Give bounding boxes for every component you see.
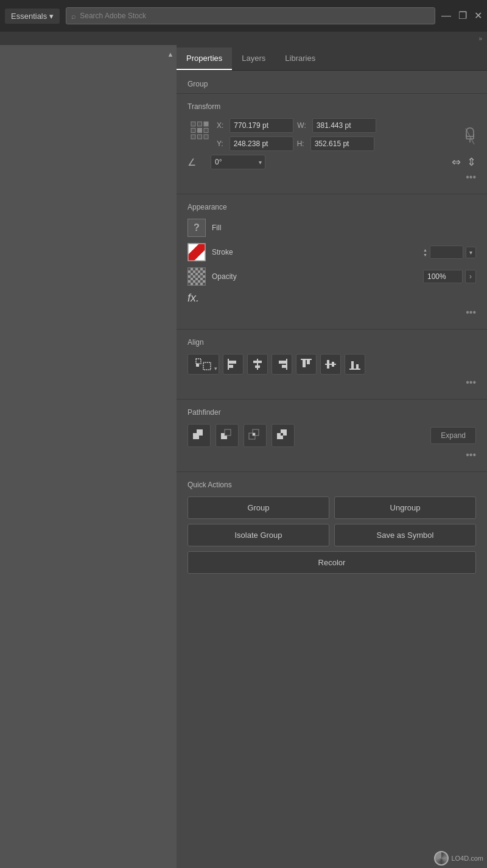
tab-properties[interactable]: Properties (177, 48, 232, 70)
svg-rect-5 (204, 129, 208, 133)
search-bar[interactable]: ⌕ Search Adobe Stock (66, 7, 435, 24)
svg-rect-18 (203, 362, 211, 370)
svg-rect-30 (303, 360, 306, 367)
pathfinder-minus-front-button[interactable] (215, 424, 239, 447)
constrain-proportions-button[interactable] (464, 118, 476, 147)
pathfinder-intersect-button[interactable] (244, 424, 267, 447)
align-bottom-button[interactable] (345, 354, 365, 375)
quick-actions-title: Quick Actions (187, 481, 476, 489)
right-panel: Properties Layers Libraries Group Transf… (177, 45, 487, 868)
align-controls: ▾ (187, 354, 476, 375)
flip-horizontal-button[interactable]: ⇔ (452, 155, 461, 169)
pathfinder-title: Pathfinder (187, 408, 476, 417)
ungroup-button[interactable]: Ungroup (334, 496, 476, 519)
group-section: Group (177, 71, 487, 94)
svg-rect-2 (204, 122, 208, 126)
align-left-button[interactable] (223, 354, 244, 375)
angle-symbol-icon: ∠ (187, 157, 196, 168)
watermark-logo (434, 851, 449, 866)
align-more-button[interactable]: ••• (187, 375, 476, 390)
pathfinder-controls: Expand (187, 424, 476, 447)
minimize-button[interactable]: — (441, 11, 451, 21)
stroke-up-arrow[interactable]: ▲ (423, 248, 427, 252)
appearance-section: Appearance ? Fill Stroke ▲ (177, 194, 487, 330)
w-label: W: (297, 121, 308, 130)
angle-dropdown[interactable]: ▾ (259, 159, 262, 166)
essentials-chevron: ▾ (49, 12, 54, 21)
appearance-more-button[interactable]: ••• (187, 305, 476, 320)
align-center-vertical-button[interactable] (320, 354, 341, 375)
svg-rect-39 (197, 429, 203, 436)
stroke-weight-input[interactable] (430, 245, 463, 259)
close-button[interactable]: ✕ (474, 11, 482, 21)
tab-layers[interactable]: Layers (232, 48, 275, 70)
svg-rect-44 (253, 433, 255, 436)
svg-rect-1 (198, 122, 202, 126)
svg-rect-25 (255, 365, 260, 368)
tab-libraries[interactable]: Libraries (275, 48, 325, 70)
svg-rect-33 (327, 360, 329, 369)
align-center-horizontal-button[interactable] (247, 354, 268, 375)
opacity-input[interactable] (423, 270, 463, 283)
save-as-symbol-button[interactable]: Save as Symbol (334, 524, 476, 546)
pathfinder-more-button[interactable]: ••• (187, 447, 476, 463)
align-to-dropdown[interactable]: ▾ (187, 354, 219, 375)
fx-row: fx. (187, 292, 476, 305)
pathfinder-exclude-button[interactable] (272, 424, 295, 447)
recolor-button[interactable]: Recolor (187, 551, 476, 574)
svg-rect-7 (198, 135, 202, 139)
y-label: Y: (217, 139, 226, 148)
stroke-spinner[interactable]: ▲ ▼ (423, 248, 427, 257)
svg-rect-21 (229, 361, 236, 364)
stroke-down-arrow[interactable]: ▼ (423, 253, 427, 257)
x-label: X: (217, 121, 226, 130)
align-right-button[interactable] (272, 354, 292, 375)
opacity-swatch[interactable] (187, 267, 206, 286)
svg-rect-28 (282, 365, 286, 368)
y-input[interactable] (229, 136, 293, 151)
fx-label[interactable]: fx. (187, 292, 199, 304)
h-label: H: (297, 139, 307, 148)
pathfinder-unite-button[interactable] (187, 424, 211, 447)
essentials-label: Essentials (11, 12, 47, 21)
align-top-button[interactable] (296, 354, 317, 375)
angle-input[interactable] (211, 155, 265, 169)
align-title: Align (187, 338, 476, 347)
watermark: LO4D.com (434, 851, 483, 866)
svg-rect-19 (196, 364, 199, 367)
essentials-button[interactable]: Essentials ▾ (5, 9, 60, 24)
svg-rect-3 (191, 129, 195, 133)
svg-rect-22 (229, 365, 233, 368)
flip-icons: ⇔ ⇕ (452, 155, 476, 169)
w-input[interactable] (312, 118, 376, 133)
collapse-button[interactable]: ▲ (164, 45, 177, 63)
title-bar: Essentials ▾ ⌕ Search Adobe Stock — ❐ ✕ (0, 0, 487, 32)
stroke-dropdown[interactable]: ▾ (466, 247, 476, 258)
flip-vertical-button[interactable]: ⇕ (467, 155, 476, 169)
restore-button[interactable]: ❐ (458, 11, 467, 21)
svg-rect-8 (204, 135, 208, 139)
svg-rect-41 (225, 429, 231, 436)
fill-swatch[interactable]: ? (187, 219, 206, 237)
stroke-swatch[interactable] (187, 243, 206, 261)
angle-input-container: ▾ (211, 155, 265, 169)
watermark-text: LO4D.com (451, 855, 483, 862)
stroke-label: Stroke (212, 248, 233, 256)
tabs-bar: Properties Layers Libraries (177, 45, 487, 71)
opacity-row: Opacity › (187, 267, 476, 286)
group-label: Group (187, 80, 208, 88)
transform-more-button[interactable]: ••• (187, 169, 476, 185)
group-button[interactable]: Group (187, 496, 329, 519)
transform-title: Transform (187, 102, 476, 111)
window-controls: — ❐ ✕ (441, 11, 482, 21)
toolbar-more[interactable]: » (478, 35, 482, 42)
x-input[interactable] (229, 118, 293, 133)
opacity-expand-button[interactable]: › (465, 270, 476, 283)
transform-reference-point[interactable] (187, 118, 212, 143)
pathfinder-expand-button[interactable]: Expand (430, 427, 476, 444)
h-input[interactable] (310, 136, 374, 151)
isolate-group-button[interactable]: Isolate Group (187, 524, 329, 546)
stroke-row: Stroke ▲ ▼ ▾ (187, 243, 476, 261)
opacity-label: Opacity (212, 272, 237, 281)
quick-actions-section: Quick Actions Group Ungroup Isolate Grou… (177, 472, 487, 582)
